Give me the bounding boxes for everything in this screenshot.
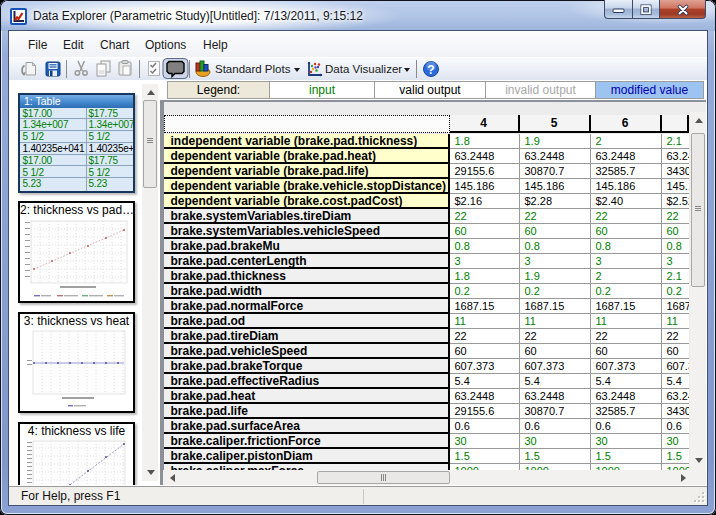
svg-text:?: ?: [427, 63, 434, 77]
